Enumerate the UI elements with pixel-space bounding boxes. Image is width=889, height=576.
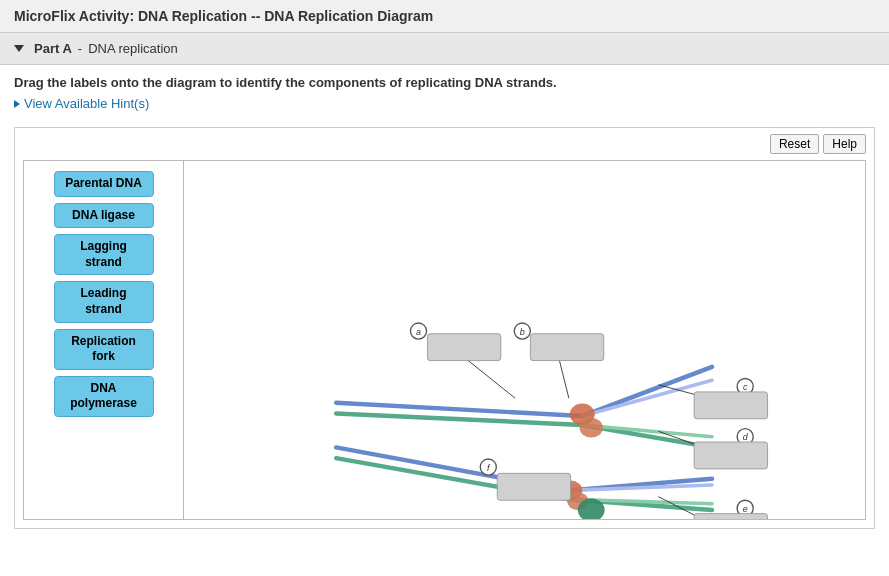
page-title: MicroFlix Activity: DNA Replication -- D… xyxy=(0,0,889,33)
svg-line-4 xyxy=(582,380,712,416)
label-parental-dna[interactable]: Parental DNA xyxy=(54,171,154,197)
activity-container: Reset Help Parental DNA DNA ligase Laggi… xyxy=(14,127,875,529)
svg-rect-38 xyxy=(694,442,767,469)
reset-button[interactable]: Reset xyxy=(770,134,819,154)
hint-link[interactable]: View Available Hint(s) xyxy=(0,94,889,121)
svg-rect-35 xyxy=(427,334,500,361)
part-label: Part A xyxy=(34,41,72,56)
hint-arrow-icon xyxy=(14,100,20,108)
diagram-svg: a b c d e f xyxy=(184,161,865,519)
part-name: DNA replication xyxy=(88,41,178,56)
labels-panel: Parental DNA DNA ligase Lagging strand L… xyxy=(24,161,184,519)
activity-inner: Parental DNA DNA ligase Lagging strand L… xyxy=(23,160,866,520)
label-dna-polymerase[interactable]: DNA polymerase xyxy=(54,376,154,417)
diagram-area: a b c d e f xyxy=(184,161,865,519)
label-replication-fork[interactable]: Replication fork xyxy=(54,329,154,370)
collapse-arrow-icon[interactable] xyxy=(14,45,24,52)
svg-text:e: e xyxy=(743,504,748,514)
help-button[interactable]: Help xyxy=(823,134,866,154)
svg-text:a: a xyxy=(416,327,421,337)
svg-text:b: b xyxy=(520,327,525,337)
part-header: Part A - DNA replication xyxy=(0,33,889,65)
activity-toolbar: Reset Help xyxy=(15,128,874,160)
label-leading-strand[interactable]: Leading strand xyxy=(54,281,154,322)
svg-text:c: c xyxy=(743,382,748,392)
svg-rect-37 xyxy=(694,392,767,419)
svg-point-13 xyxy=(580,418,603,438)
instructions: Drag the labels onto the diagram to iden… xyxy=(0,65,889,94)
label-dna-ligase[interactable]: DNA ligase xyxy=(54,203,154,229)
label-lagging-strand[interactable]: Lagging strand xyxy=(54,234,154,275)
svg-line-2 xyxy=(582,367,712,416)
svg-rect-40 xyxy=(497,473,570,500)
svg-rect-39 xyxy=(694,514,767,519)
svg-rect-36 xyxy=(530,334,603,361)
